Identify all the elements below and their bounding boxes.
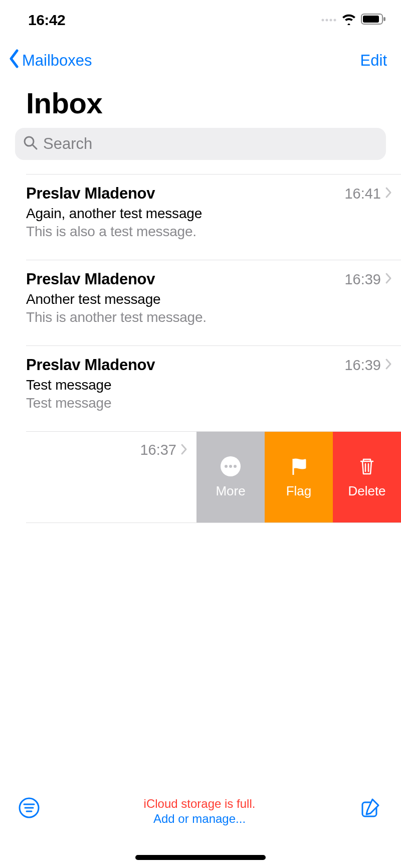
search-icon	[23, 135, 38, 152]
svg-point-1	[326, 19, 328, 22]
message-subject: Again, another test message	[26, 206, 392, 222]
svg-point-3	[334, 19, 336, 22]
back-label: Mailboxes	[22, 52, 92, 70]
message-subject: Another test message	[26, 291, 392, 307]
message-subject: Test message	[26, 377, 392, 393]
message-time: 16:39	[344, 357, 381, 374]
edit-button[interactable]: Edit	[360, 52, 387, 70]
home-indicator[interactable]	[135, 855, 266, 860]
svg-point-12	[234, 465, 237, 468]
svg-line-8	[33, 145, 37, 149]
flag-label: Flag	[286, 483, 312, 499]
message-row[interactable]: 16:37 nder nich we will set a	[0, 432, 196, 523]
trash-icon	[356, 456, 377, 480]
chevron-right-icon	[385, 358, 392, 372]
message-sender: Preslav Mladenov	[26, 356, 155, 374]
chevron-left-icon	[7, 49, 21, 72]
status-time: 16:42	[28, 12, 65, 29]
storage-manage-link: Add or manage...	[40, 812, 359, 826]
message-time: 16:39	[344, 271, 381, 288]
status-icons	[321, 13, 386, 27]
storage-full-text: iCloud storage is full.	[40, 797, 359, 811]
cellular-dots-icon	[321, 16, 337, 25]
swiped-message-container: 16:37 nder nich we will set a More Flag …	[26, 432, 401, 523]
svg-point-10	[225, 465, 228, 468]
svg-point-0	[322, 19, 324, 22]
delete-label: Delete	[348, 483, 385, 499]
status-bar: 16:42	[0, 0, 401, 35]
more-icon	[220, 456, 241, 480]
message-list: Preslav Mladenov 16:41 Again, another te…	[26, 174, 401, 432]
message-preview: This is another test message.	[26, 309, 392, 325]
message-subject: nder	[0, 461, 187, 477]
page-title: Inbox	[0, 77, 401, 128]
chevron-right-icon	[180, 443, 187, 457]
message-sender: Preslav Mladenov	[26, 185, 155, 203]
storage-status[interactable]: iCloud storage is full. Add or manage...	[40, 797, 359, 826]
battery-icon	[361, 13, 386, 27]
message-preview: This is also a test message.	[26, 224, 392, 240]
flag-icon	[288, 456, 309, 480]
compose-button[interactable]	[359, 797, 381, 821]
chevron-right-icon	[385, 272, 392, 286]
svg-rect-5	[363, 16, 379, 23]
svg-rect-6	[383, 17, 385, 21]
message-row[interactable]: Preslav Mladenov 16:41 Again, another te…	[26, 175, 401, 260]
back-button[interactable]: Mailboxes	[7, 49, 92, 72]
search-bar[interactable]	[15, 128, 386, 160]
message-preview: Test message	[26, 395, 392, 411]
filter-button[interactable]	[18, 797, 40, 821]
delete-button[interactable]: Delete	[333, 432, 401, 523]
svg-point-11	[229, 465, 232, 468]
flag-button[interactable]: Flag	[265, 432, 333, 523]
more-label: More	[216, 483, 245, 499]
message-time: 16:37	[140, 442, 176, 458]
search-input[interactable]	[43, 135, 378, 153]
message-time: 16:41	[344, 186, 381, 202]
more-button[interactable]: More	[196, 432, 265, 523]
message-row[interactable]: Preslav Mladenov 16:39 Test message Test…	[26, 346, 401, 432]
svg-point-2	[330, 19, 332, 22]
wifi-icon	[341, 13, 357, 27]
message-sender: Preslav Mladenov	[26, 270, 155, 288]
nav-bar: Mailboxes Edit	[0, 35, 401, 77]
message-preview: nich we will set a	[0, 479, 187, 495]
swipe-actions: More Flag Delete	[196, 432, 401, 523]
message-row[interactable]: Preslav Mladenov 16:39 Another test mess…	[26, 260, 401, 346]
chevron-right-icon	[385, 187, 392, 201]
